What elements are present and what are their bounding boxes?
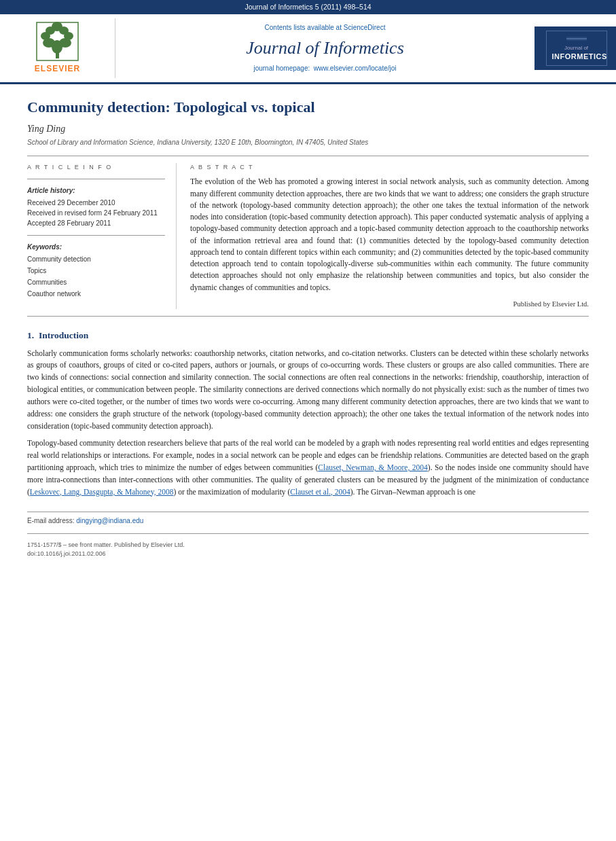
leskovec-link[interactable]: Leskovec, Lang, Dasgupta, & Mahoney, 200…: [30, 488, 174, 496]
journal-homepage: journal homepage: www.elsevier.com/locat…: [122, 64, 528, 74]
contents-line: Contents lists available at ScienceDirec…: [122, 23, 528, 33]
homepage-label: journal homepage:: [253, 65, 310, 72]
journal-logo-box: Journal of INFORMETICS: [546, 31, 607, 66]
intro-paragraph-1: Scholarly communication forms scholarly …: [27, 348, 589, 433]
footer-email: E-mail address: dingying@indiana.edu: [27, 516, 589, 526]
top-bar: Journal of Informetics 5 (2011) 498–514: [0, 0, 616, 14]
elsevier-logo-area: ELSEVIER: [0, 18, 115, 77]
journal-logo-area: Journal of INFORMETICS: [535, 26, 616, 70]
elsevier-tree-icon: [35, 21, 79, 62]
article-history-label: Article history:: [27, 186, 165, 196]
published-by: Published by Elsevier Ltd.: [190, 299, 589, 309]
received-date: Received 29 December 2010: [27, 198, 165, 208]
author-name: Ying Ding: [27, 122, 589, 136]
abstract-text: The evolution of the Web has promoted a …: [190, 176, 589, 293]
main-content: Community detection: Topological vs. top…: [0, 84, 616, 579]
article-info-col: A R T I C L E I N F O Article history: R…: [27, 163, 177, 309]
keyword-3: Communities: [27, 276, 165, 288]
accepted-date: Accepted 28 February 2011: [27, 218, 165, 228]
revised-date: Received in revised form 24 February 201…: [27, 208, 165, 218]
keyword-4: Coauthor network: [27, 288, 165, 300]
journal-citation: Journal of Informetics 5 (2011) 498–514: [244, 3, 371, 11]
logo-decoration: [566, 37, 587, 41]
keyword-1: Community detection: [27, 253, 165, 265]
intro-section-title: 1. Introduction: [27, 329, 589, 342]
keyword-2: Topics: [27, 265, 165, 276]
homepage-url[interactable]: www.elsevier.com/locate/joi: [314, 65, 397, 72]
intro-number: 1.: [27, 330, 34, 340]
newman-text: Newman: [397, 488, 425, 496]
logo-journal-label: Journal of: [552, 44, 601, 52]
keywords-divider: [27, 235, 165, 236]
article-title: Community detection: Topological vs. top…: [27, 96, 589, 118]
article-info-abstract: A R T I C L E I N F O Article history: R…: [27, 163, 589, 309]
info-divider: [27, 179, 165, 179]
logo-informetics-label: INFORMETICS: [552, 52, 601, 61]
elsevier-label: ELSEVIER: [35, 63, 80, 75]
footer-area: E-mail address: dingying@indiana.edu 175…: [27, 512, 589, 558]
abstract-label: A B S T R A C T: [190, 163, 589, 172]
abstract-col: A B S T R A C T The evolution of the Web…: [190, 163, 589, 309]
clauset-newman-link[interactable]: Clauset, Newman, & Moore, 2004: [318, 463, 428, 471]
keywords-list: Community detection Topics Communities C…: [27, 253, 165, 300]
journal-header: ELSEVIER Contents lists available at Sci…: [0, 14, 616, 84]
footer-doi: doi:10.1016/j.joi.2011.02.006: [27, 550, 589, 558]
intro-paragraph-2: Topology-based community detection resea…: [27, 437, 589, 498]
email-address[interactable]: dingying@indiana.edu: [76, 517, 143, 524]
logo-journal-text: [552, 35, 601, 43]
body-divider: [27, 316, 589, 317]
footer-divider: [27, 533, 589, 534]
keywords-label: Keywords:: [27, 243, 165, 253]
email-label: E-mail address:: [27, 517, 74, 524]
title-divider: [27, 156, 589, 156]
intro-title: Introduction: [39, 330, 88, 340]
article-info-label: A R T I C L E I N F O: [27, 163, 165, 172]
journal-title-area: Contents lists available at ScienceDirec…: [115, 20, 535, 77]
contents-text: Contents lists available at ScienceDirec…: [265, 24, 386, 31]
svg-point-8: [52, 22, 62, 31]
author-affiliation: School of Library and Information Scienc…: [27, 138, 589, 148]
clauset-et-al-link[interactable]: Clauset et al., 2004: [290, 488, 350, 496]
footer-issn: 1751-1577/$ – see front matter. Publishe…: [27, 541, 589, 550]
journal-main-title: Journal of Informetics: [122, 35, 528, 61]
